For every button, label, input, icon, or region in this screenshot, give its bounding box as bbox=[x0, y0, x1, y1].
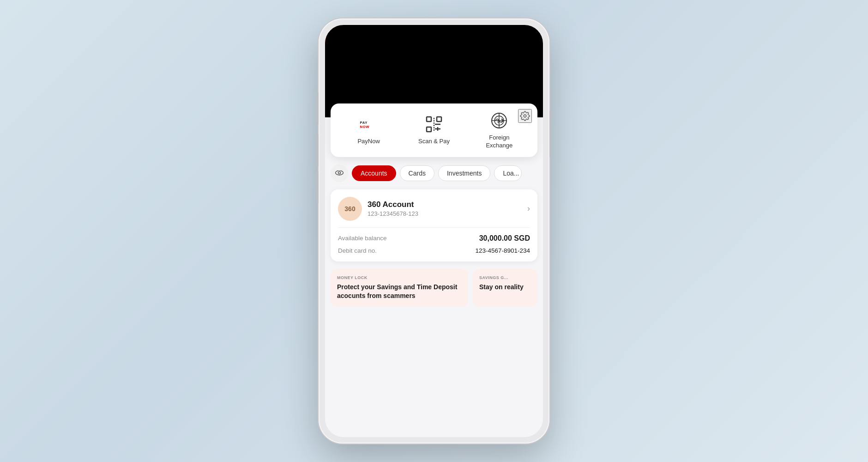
account-badge: 360 bbox=[338, 197, 362, 221]
tab-investments[interactable]: Investments bbox=[438, 165, 490, 181]
promo-title-money-lock: Protect your Savings and Time Deposit ac… bbox=[337, 283, 462, 300]
svg-point-6 bbox=[524, 115, 526, 117]
tab-accounts[interactable]: Accounts bbox=[352, 165, 396, 181]
tab-cards[interactable]: Cards bbox=[400, 165, 434, 181]
balance-value: 30,000.00 SGD bbox=[479, 234, 530, 243]
balance-label: Available balance bbox=[338, 235, 387, 242]
account-title-area: 360 Account 123-12345678-123 bbox=[368, 200, 522, 217]
scan-pay-label: Scan & Pay bbox=[418, 138, 450, 146]
quick-actions-row: PAY NOW PayNow bbox=[336, 111, 532, 150]
svg-text:NOW: NOW bbox=[360, 125, 369, 129]
paynow-logo-svg: PAY NOW bbox=[359, 117, 379, 131]
screen-content: PAY NOW PayNow bbox=[325, 25, 543, 437]
phone-frame: PAY NOW PayNow bbox=[319, 18, 549, 444]
phone-wrapper: PAY NOW PayNow bbox=[319, 18, 549, 444]
tab-loans[interactable]: Loa... bbox=[494, 165, 522, 181]
account-name: 360 Account bbox=[368, 200, 522, 209]
svg-rect-10 bbox=[437, 117, 441, 122]
settings-button[interactable] bbox=[518, 109, 532, 123]
quick-action-paynow[interactable]: PAY NOW PayNow bbox=[336, 115, 401, 146]
tabs-section: Accounts Cards Investments Loa... bbox=[325, 157, 543, 186]
svg-rect-11 bbox=[427, 127, 431, 132]
balance-row: Available balance 30,000.00 SGD bbox=[338, 234, 530, 243]
promo-tag-savings: SAVINGS G... bbox=[479, 275, 531, 280]
phone-screen: PAY NOW PayNow bbox=[325, 25, 543, 437]
quick-actions-panel: PAY NOW PayNow bbox=[331, 103, 537, 157]
svg-text:$: $ bbox=[497, 119, 500, 124]
eye-icon bbox=[335, 170, 344, 176]
promo-card-money-lock[interactable]: MONEY LOCK Protect your Savings and Time… bbox=[331, 269, 468, 307]
settings-icon bbox=[520, 111, 530, 121]
card-number-label: Debit card no. bbox=[338, 247, 377, 254]
quick-action-scan-pay[interactable]: Scan & Pay bbox=[401, 115, 466, 146]
paynow-icon: PAY NOW bbox=[359, 115, 379, 134]
promo-card-savings[interactable]: SAVINGS G... Stay on reality bbox=[473, 269, 537, 307]
svg-text:PAY: PAY bbox=[360, 121, 368, 125]
visibility-toggle-button[interactable] bbox=[331, 164, 348, 182]
promo-title-savings: Stay on reality bbox=[479, 283, 531, 292]
scan-icon-svg bbox=[426, 116, 442, 133]
account-number: 123-12345678-123 bbox=[368, 210, 522, 217]
forex-icon: $ bbox=[489, 111, 509, 130]
scan-pay-icon bbox=[424, 115, 444, 134]
card-number-row: Debit card no. 123-4567-8901-234 bbox=[338, 247, 530, 254]
tabs-row: Accounts Cards Investments Loa... bbox=[331, 164, 537, 182]
paynow-label: PayNow bbox=[357, 138, 380, 146]
chevron-right-icon: › bbox=[527, 204, 530, 213]
promo-section: MONEY LOCK Protect your Savings and Time… bbox=[325, 265, 543, 307]
forex-icon-svg: $ bbox=[489, 111, 509, 130]
account-card[interactable]: 360 360 Account 123-12345678-123 › Avail… bbox=[331, 189, 537, 261]
svg-rect-9 bbox=[427, 117, 431, 122]
forex-label: ForeignExchange bbox=[486, 134, 512, 150]
promo-tag-money-lock: MONEY LOCK bbox=[337, 275, 462, 280]
account-header: 360 360 Account 123-12345678-123 › bbox=[338, 197, 530, 228]
card-number-value: 123-4567-8901-234 bbox=[475, 247, 530, 254]
svg-point-21 bbox=[338, 171, 341, 174]
